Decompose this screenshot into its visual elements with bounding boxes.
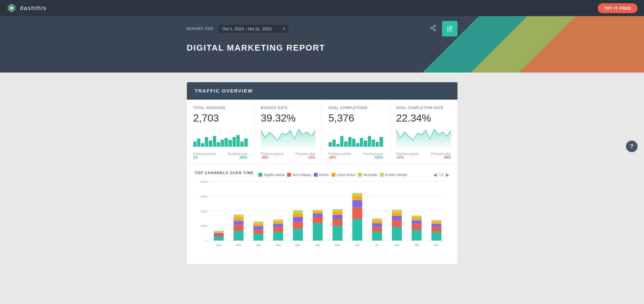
help-button[interactable]: ? [626, 141, 638, 152]
bar-segment [273, 222, 283, 224]
svg-line-10 [432, 26, 434, 27]
bar-segment [411, 218, 421, 221]
chart-next-button[interactable]: ▶ [446, 172, 449, 177]
bar-segment [273, 221, 283, 222]
mini-bar [368, 136, 371, 147]
bar-segment [293, 213, 303, 217]
metric-cell-2: GOAL COMPLETIONS 5,376 Previous period -… [322, 100, 390, 164]
mini-bar [352, 139, 355, 147]
bar-segment [392, 220, 402, 227]
mini-bar-chart [193, 129, 248, 147]
try-it-free-button[interactable]: TRY IT FREE [598, 3, 638, 13]
bar-segment [214, 231, 224, 231]
svg-text:4,500: 4,500 [200, 195, 207, 198]
bar-segment [253, 222, 263, 224]
mini-bar [236, 135, 240, 147]
prev-year-label: Previous year [431, 152, 451, 156]
bar-segment [392, 210, 402, 211]
mini-bar [209, 141, 212, 147]
prev-period-value: -47% [396, 156, 404, 159]
month-label: Sep [414, 243, 419, 247]
legend-label: Lectus lectus [337, 173, 355, 177]
svg-point-2 [10, 7, 13, 9]
bar-segment [411, 217, 421, 218]
bar-segment [332, 219, 342, 226]
legend-item-1: Arcu tristique [287, 173, 311, 177]
bar-segment [312, 211, 322, 213]
legend-color [380, 173, 384, 177]
bar-segment [352, 200, 362, 207]
bar-segment [253, 221, 263, 222]
prev-year: Previous year -21% [295, 152, 315, 159]
bar-segment [214, 233, 224, 235]
month-label: Jul [375, 243, 379, 247]
bar-segment [293, 229, 303, 241]
bar-chart-svg: 01,5003,0004,5006,000NovDecJanFebMarAprM… [195, 179, 449, 256]
metric-footer: Previous period -47% Previous year -56% [396, 152, 451, 159]
mini-bar [193, 142, 197, 147]
metric-footer: Previous period -29% Previous year 431% [329, 152, 383, 159]
chart-prev-button[interactable]: ◀ [433, 172, 437, 177]
bar-segment [392, 227, 402, 241]
metric-footer: Previous period 1% Previous year 182% [193, 152, 248, 159]
traffic-overview-title: TRAFFIC OVERVIEW [195, 88, 253, 93]
page-title: DIGITAL MARKETING REPORT [187, 43, 457, 53]
chart-nav: ◀ 1/2 ▶ [433, 172, 449, 177]
logo-text: dashthis [20, 5, 47, 12]
bar-segment [372, 223, 382, 227]
mini-bar [344, 142, 347, 147]
bar-segment [411, 221, 421, 224]
bar-segment [293, 211, 303, 213]
legend-item-5: In dolor semper [380, 173, 407, 177]
traffic-overview-header: TRAFFIC OVERVIEW [187, 82, 457, 100]
svg-text:3,000: 3,000 [200, 210, 207, 213]
month-label: Jun [355, 243, 360, 247]
legend-item-3: Lectus lectus [332, 173, 355, 177]
mini-bar [360, 138, 363, 147]
metric-footer: Previous period -40% Previous year -21% [261, 152, 315, 159]
metric-cell-1: BOUNCE RATE 39.32% Previous period -40% … [255, 100, 322, 164]
bar-segment [293, 217, 303, 222]
navbar: dashthis TRY IT FREE [0, 0, 644, 16]
mini-bar [244, 139, 247, 147]
bar-segment [312, 223, 322, 240]
bar-segment [431, 232, 441, 240]
header-content: REPORT FOR Oct 1, 2023 - Oct 31, 2023 [180, 21, 464, 53]
bar-segment [392, 216, 402, 220]
bar-segment [352, 207, 362, 219]
month-label: Nov [216, 243, 221, 247]
svg-point-7 [430, 27, 432, 29]
logo-icon [6, 3, 17, 13]
prev-period-label: Previous period [261, 152, 283, 156]
month-label: Oct [434, 243, 438, 247]
report-for-label: REPORT FOR [187, 27, 213, 31]
date-range-dropdown[interactable]: Oct 1, 2023 - Oct 31, 2023 [218, 24, 289, 34]
mini-bar [340, 136, 343, 147]
prev-year-value: 431% [375, 156, 383, 159]
legend-item-4: Venenatis [358, 173, 377, 177]
svg-line-9 [432, 28, 434, 29]
bar-segment [372, 227, 382, 232]
svg-marker-11 [261, 129, 315, 147]
header-icons [427, 21, 457, 36]
prev-year-label: Previous year [228, 152, 247, 156]
legend-label: Sagittis massa [264, 173, 284, 177]
bar-segment [253, 234, 263, 240]
share-button[interactable] [427, 22, 439, 35]
mini-bar [380, 137, 383, 147]
legend-color [358, 173, 362, 177]
mini-chart [329, 129, 383, 148]
mini-bar [364, 141, 367, 147]
prev-year-value: 182% [239, 156, 248, 159]
mini-chart [261, 129, 315, 148]
bar-segment [214, 237, 224, 240]
date-dropdown-wrapper[interactable]: Oct 1, 2023 - Oct 31, 2023 [218, 24, 289, 34]
prev-year-label: Previous year [363, 152, 383, 156]
month-label: Apr [315, 243, 320, 247]
bar-segment [372, 220, 382, 221]
metric-value: 22.34% [396, 112, 451, 124]
edit-button[interactable] [442, 21, 457, 36]
month-label: Mar [295, 243, 300, 247]
mini-bar-chart [329, 129, 383, 147]
svg-point-6 [434, 25, 435, 27]
